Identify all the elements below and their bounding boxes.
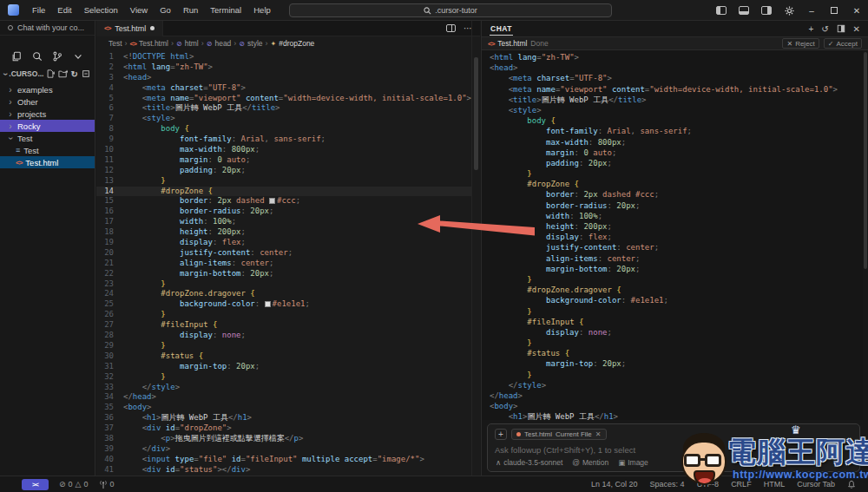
menu-run[interactable]: Run — [177, 0, 204, 21]
code-line-8[interactable]: 8 body { — [96, 124, 471, 134]
chat-tab[interactable]: CHAT — [490, 23, 513, 36]
menu-help[interactable]: Help — [247, 0, 277, 21]
source-control-icon[interactable] — [52, 51, 62, 62]
code-line-2[interactable]: 2<html lang="zh-TW"> — [96, 62, 471, 73]
code-line-29[interactable]: 29 } — [96, 341, 471, 351]
code-line-36[interactable]: 36 <h1>圖片轉 WebP 工具</h1> — [96, 413, 471, 423]
code-line-27[interactable]: 27 #fileInput { — [96, 320, 471, 331]
code-line-21[interactable]: 21 align-items: center; — [96, 259, 471, 269]
layout-panel-icon[interactable] — [733, 0, 755, 21]
code-line-6[interactable]: 6 <title>圖片轉 WebP 工具</title> — [96, 103, 471, 114]
code-line-31[interactable]: 31 margin-top: 20px; — [96, 362, 471, 372]
code-line-35[interactable]: 35<body> — [96, 403, 471, 413]
code-line-5[interactable]: 5 <meta name="viewport" content="width=d… — [96, 94, 471, 104]
explorer-files-icon[interactable] — [11, 51, 22, 62]
collapse-all-icon[interactable] — [82, 69, 90, 78]
code-line-18[interactable]: 18 height: 200px; — [96, 227, 471, 238]
remote-indicator[interactable]: >< — [22, 479, 49, 490]
tree-item-projects[interactable]: ›projects — [0, 108, 95, 120]
code-line-40[interactable]: 40 <input type="file" id="fileInput" mul… — [96, 455, 471, 465]
command-search[interactable]: .cursor-tutor — [289, 3, 612, 17]
ports-indicator[interactable]: 0 — [99, 480, 115, 489]
code-line-7[interactable]: 7 <style> — [96, 114, 471, 124]
menu-terminal[interactable]: Terminal — [204, 0, 247, 21]
code-line-11[interactable]: 11 margin: 0 auto; — [96, 155, 471, 166]
modified-dot-icon[interactable] — [150, 26, 155, 30]
menu-view[interactable]: View — [124, 0, 154, 21]
search-panel-icon[interactable] — [32, 51, 43, 62]
close-button[interactable]: ✕ — [845, 0, 868, 21]
layout-secondary-icon[interactable] — [755, 0, 778, 21]
code-line-12[interactable]: 12 padding: 20px; — [96, 166, 471, 176]
tree-item-test[interactable]: ›Test — [0, 132, 95, 144]
breadcrumb-item[interactable]: ⊘html — [176, 39, 199, 48]
code-line-10[interactable]: 10 max-width: 800px; — [96, 145, 471, 155]
expand-icon[interactable] — [837, 24, 845, 33]
new-folder-icon[interactable] — [58, 69, 68, 78]
menu-selection[interactable]: Selection — [78, 0, 124, 21]
tree-item-examples[interactable]: ›examples — [0, 83, 95, 95]
code-line-20[interactable]: 20 justify-content: center; — [96, 248, 471, 259]
menu-go[interactable]: Go — [154, 0, 177, 21]
cursor-position[interactable]: Ln 14, Col 20 — [591, 480, 638, 489]
cursor-tab-toggle[interactable]: Cursor Tab — [797, 480, 835, 489]
editor-code[interactable]: 1<!DOCTYPE html>2<html lang="zh-TW">3<he… — [96, 51, 471, 476]
code-line-22[interactable]: 22 margin-bottom: 20px; — [96, 269, 471, 279]
tree-item-other[interactable]: ›Other — [0, 95, 95, 108]
code-line-13[interactable]: 13 } — [96, 176, 471, 187]
code-line-34[interactable]: 34</head> — [96, 392, 471, 403]
code-line-14[interactable]: 14 #dropZone { — [96, 187, 471, 197]
code-line-33[interactable]: 33 </style> — [96, 383, 471, 393]
add-context-button[interactable]: + — [495, 429, 507, 440]
model-selector[interactable]: ∧ claude-3.5-sonnet — [496, 458, 562, 467]
chat-input-placeholder[interactable]: Ask followup (Ctrl+Shift+Y), 1 to select — [495, 445, 852, 455]
code-line-30[interactable]: 30 #status { — [96, 351, 471, 362]
code-line-39[interactable]: 39 </div> — [96, 444, 471, 455]
new-chat-icon[interactable]: + — [808, 24, 813, 34]
problems-indicator[interactable]: ⊘0 △0 — [59, 480, 89, 489]
tree-item-test-html[interactable]: <>Test.html — [0, 156, 95, 168]
code-line-24[interactable]: 24 #dropZone.dragover { — [96, 289, 471, 299]
code-line-3[interactable]: 3<head> — [96, 73, 471, 83]
chat-scrollbar-thumb[interactable] — [864, 52, 867, 269]
code-line-37[interactable]: 37 <div id="dropZone"> — [96, 423, 471, 434]
code-line-25[interactable]: 25 background-color: #e1e1e1; — [96, 299, 471, 310]
history-icon[interactable]: ↺ — [821, 24, 828, 34]
code-line-38[interactable]: 38 <p>拖曳圖片到這裡或點擊選擇檔案</p> — [96, 434, 471, 444]
code-line-9[interactable]: 9 font-family: Arial, sans-serif; — [96, 134, 471, 145]
settings-gear-icon[interactable] — [778, 0, 800, 21]
tree-item-rocky[interactable]: ›Rocky — [0, 120, 95, 132]
editor-scrollbar-thumb[interactable] — [474, 57, 478, 170]
image-button[interactable]: ▣ Image — [618, 458, 648, 467]
code-line-28[interactable]: 28 display: none; — [96, 331, 471, 341]
breadcrumb-item[interactable]: <>Test.html — [130, 39, 168, 48]
layout-sidebar-icon[interactable] — [710, 0, 733, 21]
code-line-17[interactable]: 17 width: 100%; — [96, 217, 471, 227]
eol-sequence[interactable]: CRLF — [731, 480, 752, 489]
notifications-bell-icon[interactable] — [847, 480, 856, 489]
code-line-1[interactable]: 1<!DOCTYPE html> — [96, 52, 471, 62]
mention-button[interactable]: @ Mention — [572, 458, 608, 467]
new-file-icon[interactable] — [46, 69, 55, 78]
code-line-16[interactable]: 16 border-radius: 20px; — [96, 207, 471, 217]
indentation[interactable]: Spaces: 4 — [650, 480, 685, 489]
language-mode[interactable]: HTML — [764, 480, 786, 489]
breadcrumb-item[interactable]: ✦#dropZone — [271, 39, 315, 48]
breadcrumb-item[interactable]: Test — [108, 39, 122, 48]
encoding[interactable]: UTF-8 — [697, 480, 720, 489]
context-chip[interactable]: Test.html Current File ✕ — [511, 429, 607, 440]
code-line-19[interactable]: 19 display: flex; — [96, 238, 471, 248]
code-line-15[interactable]: 15 border: 2px dashed #ccc; — [96, 196, 471, 207]
minimize-button[interactable]: – — [800, 0, 823, 21]
menu-edit[interactable]: Edit — [51, 0, 77, 21]
code-line-26[interactable]: 26 } — [96, 310, 471, 320]
chat-input-box[interactable]: + Test.html Current File ✕ Ask followup … — [487, 423, 860, 472]
workspace-header[interactable]: › .CURSO... ↻ — [0, 67, 95, 81]
code-line-32[interactable]: 32 } — [96, 372, 471, 383]
tree-item-test[interactable]: ≡Test — [0, 144, 95, 156]
breadcrumb-item[interactable]: ⊘head — [207, 39, 232, 48]
menu-file[interactable]: File — [26, 0, 51, 21]
sidebar-chat-entry[interactable]: Chat with your co... — [0, 21, 95, 36]
breadcrumb-item[interactable]: ⊘style — [239, 39, 262, 48]
chevron-down-icon[interactable] — [73, 51, 83, 62]
